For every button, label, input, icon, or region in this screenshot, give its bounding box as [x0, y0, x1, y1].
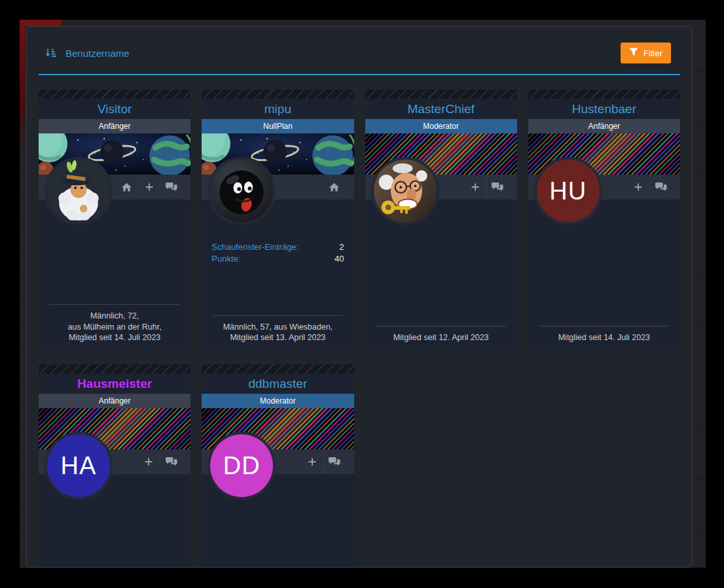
footer-line: Männlich, 57, aus Wiesbaden, — [202, 322, 353, 333]
card-footer: Männlich, 57, aus Wiesbaden,Mitglied sei… — [202, 315, 353, 351]
stat-label[interactable]: Schaufenster-Einträge: — [211, 241, 299, 253]
footer-text: Mitglied seit 12. April 2023 — [365, 332, 517, 343]
add-icon[interactable] — [301, 449, 323, 474]
username-link[interactable]: mipu — [202, 99, 353, 119]
avatar[interactable]: DD — [208, 432, 276, 500]
card-body: Männlich, 72,aus Mülheim an der Ruhr,Mit… — [39, 199, 190, 351]
filter-button[interactable]: Filter — [621, 43, 671, 63]
card-body: Schaufenster-Einträge:2Punkte:40 Männlic… — [202, 199, 353, 351]
user-card[interactable]: ddbmaster Moderator DD — [202, 364, 353, 568]
stat-label[interactable]: Punkte: — [211, 253, 240, 265]
rank-badge: Moderator — [365, 119, 517, 133]
footer-line: Mitglied seit 14. Juli 2023 — [528, 332, 680, 343]
filter-funnel-icon — [629, 48, 638, 58]
rank-badge: NullPlan — [202, 119, 353, 133]
rank-badge: Anfänger — [39, 394, 190, 408]
user-card[interactable]: MasterChief Moderator Mitglied seit 12. … — [365, 90, 517, 351]
avatar[interactable]: HA — [45, 432, 113, 500]
user-stats: Schaufenster-Einträge:2Punkte:40 — [202, 241, 353, 265]
letter-avatar-text: HU — [537, 160, 600, 222]
username-link[interactable]: ddbmaster — [202, 373, 353, 394]
add-icon[interactable] — [464, 175, 486, 199]
avatar[interactable] — [45, 157, 113, 225]
username-link[interactable]: Hausmeister — [39, 373, 190, 394]
add-icon[interactable] — [137, 449, 160, 474]
username-link[interactable]: Visitor — [39, 99, 190, 119]
card-top-hatch — [528, 90, 680, 99]
footer-text: Männlich, 57, aus Wiesbaden,Mitglied sei… — [202, 322, 353, 343]
card-body: Mitglied seit 14. Juli 2023 — [528, 199, 680, 351]
footer-divider — [539, 326, 670, 326]
add-icon[interactable] — [627, 175, 649, 199]
footer-line: Mitglied seit 14. Juli 2023 — [39, 332, 190, 343]
comments-icon[interactable] — [486, 175, 509, 199]
card-top-hatch — [365, 90, 517, 99]
footer-divider — [213, 315, 344, 316]
comments-icon[interactable] — [323, 449, 346, 474]
rank-badge: Anfänger — [528, 119, 680, 133]
footer-divider — [49, 304, 180, 305]
card-body: Mitglied seit 12. April 2023 — [365, 199, 517, 351]
rank-badge: Moderator — [202, 394, 353, 408]
user-card[interactable]: mipu NullPlan Schaufenster-Einträge:2Pun… — [202, 90, 353, 351]
stat-row: Schaufenster-Einträge:2 — [211, 241, 344, 253]
card-top-hatch — [202, 90, 353, 99]
footer-text: Mitglied seit 14. Juli 2023 — [528, 332, 680, 343]
avatar[interactable] — [208, 157, 276, 225]
members-toolbar: Benutzername Filter — [39, 40, 680, 75]
username-link[interactable]: MasterChief — [365, 99, 517, 119]
stat-row: Punkte:40 — [211, 253, 344, 265]
card-footer: Mitglied seit 14. Juli 2023 — [528, 326, 680, 351]
members-panel: Benutzername Filter Visitor Anfänger Män… — [26, 26, 693, 568]
user-card[interactable]: Hustenbaer Anfänger HU Mitglied seit 14.… — [528, 90, 680, 351]
home-icon[interactable] — [323, 175, 346, 199]
avatar[interactable]: HU — [534, 157, 602, 225]
card-footer: Männlich, 72,aus Mülheim an der Ruhr,Mit… — [39, 304, 190, 351]
rank-badge: Anfänger — [39, 119, 190, 133]
home-icon[interactable] — [115, 175, 137, 199]
footer-divider — [376, 326, 507, 326]
sort-by-username-button[interactable]: Benutzername — [45, 48, 130, 59]
page: Benutzername Filter Visitor Anfänger Män… — [0, 0, 724, 588]
footer-line: Mitglied seit 13. April 2023 — [202, 332, 353, 343]
comments-icon[interactable] — [160, 449, 182, 474]
sort-amount-down-icon — [45, 48, 56, 58]
footer-text: Männlich, 72,aus Mülheim an der Ruhr,Mit… — [39, 311, 190, 343]
card-top-hatch — [39, 90, 190, 99]
user-card[interactable]: Visitor Anfänger Männlich, 72,aus Mülhei… — [39, 90, 190, 351]
letter-avatar-text: DD — [210, 434, 273, 497]
stat-value: 40 — [335, 253, 344, 265]
card-top-hatch — [202, 364, 353, 373]
card-footer: Mitglied seit 12. April 2023 — [365, 326, 517, 351]
avatar[interactable] — [371, 157, 439, 225]
red-accent-horizontal — [20, 20, 62, 26]
member-card-grid: Visitor Anfänger Männlich, 72,aus Mülhei… — [39, 90, 680, 568]
footer-line: aus Mülheim an der Ruhr, — [39, 322, 190, 333]
card-top-hatch — [39, 364, 190, 373]
add-icon[interactable] — [137, 175, 160, 199]
user-card[interactable]: Hausmeister Anfänger HA — [39, 364, 190, 568]
comments-icon[interactable] — [649, 175, 672, 199]
footer-line: Männlich, 72, — [39, 311, 190, 322]
stat-value: 2 — [339, 241, 344, 253]
comments-icon[interactable] — [160, 175, 182, 199]
red-accent-vertical — [20, 20, 25, 144]
filter-label: Filter — [643, 48, 662, 58]
footer-line: Mitglied seit 12. April 2023 — [365, 332, 517, 343]
letter-avatar-text: HA — [47, 434, 110, 497]
sort-label: Benutzername — [65, 48, 130, 59]
username-link[interactable]: Hustenbaer — [528, 99, 680, 119]
